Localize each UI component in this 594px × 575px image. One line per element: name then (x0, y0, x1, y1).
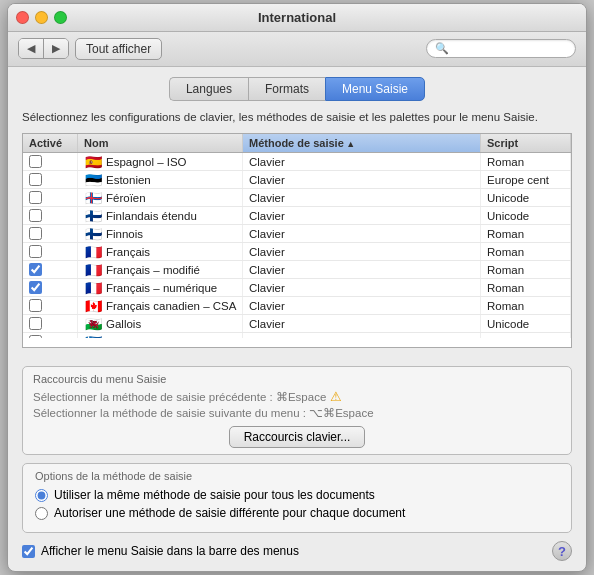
cell-script: Roman (481, 243, 571, 260)
shortcut-prev-row: Sélectionner la méthode de saisie précéd… (33, 389, 561, 404)
row-checkbox-0[interactable] (29, 155, 42, 168)
cell-nom: 🇪🇪Estonien (78, 171, 243, 188)
row-checkbox-9[interactable] (29, 317, 42, 330)
table-header: Activé Nom Méthode de saisie Script (23, 134, 571, 153)
radio-different-method[interactable] (35, 507, 48, 520)
cell-checkbox (23, 297, 78, 314)
cell-checkbox (23, 225, 78, 242)
tab-langues[interactable]: Langues (169, 77, 248, 101)
search-box: 🔍 (426, 39, 576, 58)
cell-methode: Clavier (243, 153, 481, 170)
nom-text: Finnois (106, 228, 143, 240)
cell-checkbox (23, 207, 78, 224)
table-row: 🇬🇷GrecClavierUnicode (23, 333, 571, 338)
back-button[interactable]: ◀ (19, 39, 44, 58)
tab-formats[interactable]: Formats (248, 77, 325, 101)
content-area: Langues Formats Menu Saisie Sélectionnez… (8, 67, 586, 358)
table-row: 🇪🇸Espagnol – ISOClavierRoman (23, 153, 571, 171)
cell-checkbox (23, 189, 78, 206)
nom-text: Espagnol – ISO (106, 156, 187, 168)
maximize-button[interactable] (54, 11, 67, 24)
show-menu-checkbox-row: Afficher le menu Saisie dans la barre de… (22, 544, 299, 558)
flag-icon: 🇫🇷 (84, 282, 102, 294)
show-menu-checkbox[interactable] (22, 545, 35, 558)
cell-methode: Clavier (243, 333, 481, 338)
nom-text: Français (106, 246, 150, 258)
raccourcis-clavier-button[interactable]: Raccourcis clavier... (229, 426, 366, 448)
col-script: Script (481, 134, 571, 152)
row-checkbox-4[interactable] (29, 227, 42, 240)
keyboard-table: Activé Nom Méthode de saisie Script 🇪🇸Es… (22, 133, 572, 348)
show-menu-label: Afficher le menu Saisie dans la barre de… (41, 544, 299, 558)
window-title: International (258, 10, 336, 25)
tout-afficher-button[interactable]: Tout afficher (75, 38, 162, 60)
cell-checkbox (23, 279, 78, 296)
flag-icon: 🇫🇮 (84, 210, 102, 222)
cell-nom: 🇫🇷Français (78, 243, 243, 260)
nav-buttons: ◀ ▶ (18, 38, 69, 59)
row-checkbox-10[interactable] (29, 335, 42, 338)
options-box: Options de la méthode de saisie Utiliser… (22, 463, 572, 533)
flag-icon: 🇫🇷 (84, 264, 102, 276)
help-button[interactable]: ? (552, 541, 572, 561)
cell-checkbox (23, 333, 78, 338)
row-checkbox-5[interactable] (29, 245, 42, 258)
cell-checkbox (23, 153, 78, 170)
row-checkbox-1[interactable] (29, 173, 42, 186)
table-row: 🇫🇷Français – modifiéClavierRoman (23, 261, 571, 279)
row-checkbox-6[interactable] (29, 263, 42, 276)
search-input[interactable] (453, 43, 567, 55)
cell-script: Roman (481, 153, 571, 170)
nom-text: Grec (106, 336, 131, 339)
cell-methode: Clavier (243, 261, 481, 278)
flag-icon: 🇫🇷 (84, 246, 102, 258)
row-checkbox-3[interactable] (29, 209, 42, 222)
col-nom: Nom (78, 134, 243, 152)
options-label: Options de la méthode de saisie (35, 470, 559, 482)
row-checkbox-7[interactable] (29, 281, 42, 294)
cell-nom: 🇫🇷Français – modifié (78, 261, 243, 278)
cell-methode: Clavier (243, 207, 481, 224)
col-methode[interactable]: Méthode de saisie (243, 134, 481, 152)
forward-button[interactable]: ▶ (44, 39, 68, 58)
cell-nom: 🇬🇷Grec (78, 333, 243, 338)
nom-text: Français – numérique (106, 282, 217, 294)
nom-text: Français – modifié (106, 264, 200, 276)
radio-same-method[interactable] (35, 489, 48, 502)
close-button[interactable] (16, 11, 29, 24)
flag-icon: 🏴󠁧󠁢󠁷󠁬󠁳󠁿 (84, 318, 102, 330)
flag-icon: 🇫🇴 (84, 192, 102, 204)
bottom-row: Afficher le menu Saisie dans la barre de… (8, 533, 586, 571)
raccourcis-label: Raccourcis du menu Saisie (33, 373, 561, 385)
flag-icon: 🇬🇷 (84, 336, 102, 339)
cell-script: Unicode (481, 189, 571, 206)
radio-row-2: Autoriser une méthode de saisie différen… (35, 506, 559, 520)
table-row: 🇫🇴FéroïenClavierUnicode (23, 189, 571, 207)
nom-text: Français canadien – CSA (106, 300, 236, 312)
nom-text: Gallois (106, 318, 141, 330)
tab-menu-saisie[interactable]: Menu Saisie (325, 77, 425, 101)
toolbar: ◀ ▶ Tout afficher 🔍 (8, 32, 586, 67)
cell-script: Unicode (481, 207, 571, 224)
search-icon: 🔍 (435, 42, 449, 55)
row-checkbox-2[interactable] (29, 191, 42, 204)
warning-icon: ⚠ (330, 389, 342, 404)
shortcut-next-row: Sélectionner la méthode de saisie suivan… (33, 406, 561, 420)
cell-methode: Clavier (243, 279, 481, 296)
cell-nom: 🇫🇷Français – numérique (78, 279, 243, 296)
minimize-button[interactable] (35, 11, 48, 24)
main-window: International ◀ ▶ Tout afficher 🔍 Langue… (7, 3, 587, 572)
radio-2-label: Autoriser une méthode de saisie différen… (54, 506, 405, 520)
cell-script: Unicode (481, 315, 571, 332)
shortcut-prev-text: Sélectionner la méthode de saisie précéd… (33, 390, 326, 404)
flag-icon: 🇫🇮 (84, 228, 102, 240)
flag-icon: 🇨🇦 (84, 300, 102, 312)
cell-nom: 🇨🇦Français canadien – CSA (78, 297, 243, 314)
table-row: 🇫🇮Finlandais étenduClavierUnicode (23, 207, 571, 225)
nom-text: Estonien (106, 174, 151, 186)
cell-script: Roman (481, 261, 571, 278)
row-checkbox-8[interactable] (29, 299, 42, 312)
table-row: 🇫🇷Français – numériqueClavierRoman (23, 279, 571, 297)
cell-checkbox (23, 243, 78, 260)
cell-nom: 🇫🇮Finlandais étendu (78, 207, 243, 224)
